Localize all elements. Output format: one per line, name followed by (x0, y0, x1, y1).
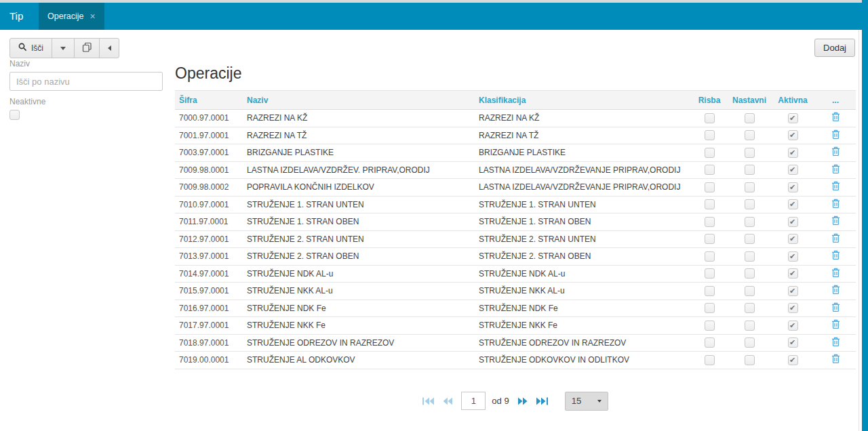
column-header-aktivna[interactable]: Aktivna (770, 91, 815, 110)
delete-row-button[interactable] (831, 285, 840, 295)
delete-row-button[interactable] (831, 164, 840, 174)
column-header-risba[interactable]: Risba (690, 91, 728, 110)
delete-row-button[interactable] (831, 319, 840, 329)
aktivna-checkbox[interactable] (788, 234, 798, 244)
nastavni-checkbox[interactable] (745, 113, 755, 123)
cell-sifra: 7011.97.0001 (175, 213, 243, 231)
delete-row-button[interactable] (831, 337, 840, 347)
aktivna-checkbox[interactable] (788, 148, 798, 158)
risba-checkbox[interactable] (705, 251, 715, 262)
delete-row-button[interactable] (831, 268, 840, 278)
delete-row-button[interactable] (831, 129, 840, 140)
risba-checkbox[interactable] (705, 268, 715, 279)
table-row[interactable]: 7012.97.0001 STRUŽENJE 2. STRAN UNTEN ST… (175, 230, 856, 248)
table-row[interactable]: 7017.97.0001 STRUŽENJE NKK Fe STRUŽENJE … (175, 317, 856, 335)
nastavni-checkbox[interactable] (745, 268, 755, 279)
aktivna-checkbox[interactable] (788, 355, 798, 365)
nastavni-checkbox[interactable] (745, 303, 755, 313)
risba-checkbox[interactable] (705, 321, 715, 331)
table-row[interactable]: 7009.98.0002 POPRAVILA KONČNIH IZDELKOV … (175, 179, 856, 197)
nastavni-checkbox[interactable] (745, 251, 755, 262)
neaktivne-checkbox[interactable] (9, 110, 20, 120)
scrollbar-thumb[interactable] (862, 0, 868, 431)
nastavni-checkbox[interactable] (745, 355, 755, 365)
naziv-filter-input[interactable] (9, 72, 163, 91)
column-header-naziv[interactable]: Naziv (243, 91, 475, 110)
previous-page-button[interactable] (443, 397, 452, 405)
nastavni-checkbox[interactable] (745, 130, 755, 140)
risba-checkbox[interactable] (705, 217, 715, 227)
risba-checkbox[interactable] (705, 165, 715, 175)
table-row[interactable]: 7014.97.0001 STRUŽENJE NDK AL-u STRUŽENJ… (175, 265, 856, 283)
risba-checkbox[interactable] (705, 303, 715, 313)
risba-checkbox[interactable] (705, 234, 715, 244)
column-header-sifra[interactable]: Šifra (175, 91, 243, 110)
next-page-button[interactable] (518, 397, 528, 405)
nastavni-checkbox[interactable] (745, 337, 755, 348)
table-row[interactable]: 7015.97.0001 STRUŽENJE NKK AL-u STRUŽENJ… (175, 283, 856, 300)
risba-checkbox[interactable] (705, 286, 715, 296)
delete-row-button[interactable] (831, 216, 840, 226)
search-button[interactable]: Išči (9, 38, 52, 58)
table-row[interactable]: 7000.97.0001 RAZREZI NA KŽ RAZREZI NA KŽ (175, 110, 856, 127)
delete-row-button[interactable] (831, 112, 840, 122)
delete-row-button[interactable] (831, 302, 840, 312)
risba-checkbox[interactable] (705, 182, 715, 192)
delete-row-button[interactable] (831, 181, 840, 191)
table-row[interactable]: 7003.97.0001 BRIZGANJE PLASTIKE BRIZGANJ… (175, 144, 856, 162)
table-row[interactable]: 7011.97.0001 STRUŽENJE 1. STRAN OBEN STR… (175, 213, 856, 231)
table-row[interactable]: 7019.00.0001 STRUŽENJE AL ODKOVKOV STRUŽ… (175, 352, 856, 369)
aktivna-checkbox[interactable] (788, 182, 798, 192)
page-number-input[interactable] (461, 392, 486, 410)
aktivna-checkbox[interactable] (788, 303, 798, 313)
nastavni-checkbox[interactable] (745, 148, 755, 158)
aktivna-checkbox[interactable] (788, 130, 798, 140)
nastavni-checkbox[interactable] (745, 286, 755, 296)
page-count-label: od 9 (492, 396, 509, 406)
search-options-dropdown-button[interactable] (52, 38, 75, 58)
risba-checkbox[interactable] (705, 337, 715, 348)
aktivna-checkbox[interactable] (788, 199, 798, 209)
last-page-button[interactable] (536, 397, 548, 405)
risba-checkbox[interactable] (705, 355, 715, 365)
delete-row-button[interactable] (831, 233, 840, 243)
nastavni-checkbox[interactable] (745, 182, 755, 192)
delete-row-button[interactable] (831, 146, 840, 157)
table-row[interactable]: 7016.97.0001 STRUŽENJE NDK Fe STRUŽENJE … (175, 300, 856, 317)
table-row[interactable]: 7009.98.0001 LASTNA IZDELAVA/VZDRŽEV. PR… (175, 161, 856, 179)
table-row[interactable]: 7013.97.0001 STRUŽENJE 2. STRAN OBEN STR… (175, 248, 856, 266)
table-row[interactable]: 7018.97.0001 STRUŽENJE ODREZOV IN RAZREZ… (175, 334, 856, 352)
aktivna-checkbox[interactable] (788, 165, 798, 175)
page-size-select[interactable]: 15 (565, 392, 608, 411)
nastavni-checkbox[interactable] (745, 199, 755, 209)
column-header-more[interactable]: ... (815, 91, 856, 110)
column-header-klasifikacija[interactable]: Klasifikacija (475, 91, 690, 110)
nastavni-checkbox[interactable] (745, 234, 755, 244)
delete-row-button[interactable] (831, 354, 840, 364)
risba-checkbox[interactable] (705, 148, 715, 158)
tab-close-icon[interactable]: × (90, 12, 96, 21)
aktivna-checkbox[interactable] (788, 268, 798, 279)
add-button[interactable]: Dodaj (814, 39, 855, 57)
collapse-panel-button[interactable] (99, 38, 119, 58)
aktivna-checkbox[interactable] (788, 251, 798, 262)
aktivna-checkbox[interactable] (788, 113, 798, 123)
table-row[interactable]: 7010.97.0001 STRUŽENJE 1. STRAN UNTEN ST… (175, 196, 856, 213)
aktivna-checkbox[interactable] (788, 217, 798, 227)
aktivna-checkbox[interactable] (788, 286, 798, 296)
risba-checkbox[interactable] (705, 113, 715, 123)
nastavni-checkbox[interactable] (745, 165, 755, 175)
delete-row-button[interactable] (831, 199, 840, 209)
first-page-button[interactable] (422, 397, 434, 405)
aktivna-checkbox[interactable] (788, 337, 798, 348)
tab-operacije[interactable]: Operacije × (39, 3, 104, 30)
copy-button[interactable] (74, 38, 100, 58)
risba-checkbox[interactable] (705, 199, 715, 209)
risba-checkbox[interactable] (705, 130, 715, 140)
delete-row-button[interactable] (831, 250, 840, 260)
table-row[interactable]: 7001.97.0001 RAZREZI NA TŽ RAZREZI NA TŽ (175, 127, 856, 144)
aktivna-checkbox[interactable] (788, 321, 798, 331)
column-header-nastavni[interactable]: Nastavni (728, 91, 770, 110)
nastavni-checkbox[interactable] (745, 217, 755, 227)
nastavni-checkbox[interactable] (745, 321, 755, 331)
